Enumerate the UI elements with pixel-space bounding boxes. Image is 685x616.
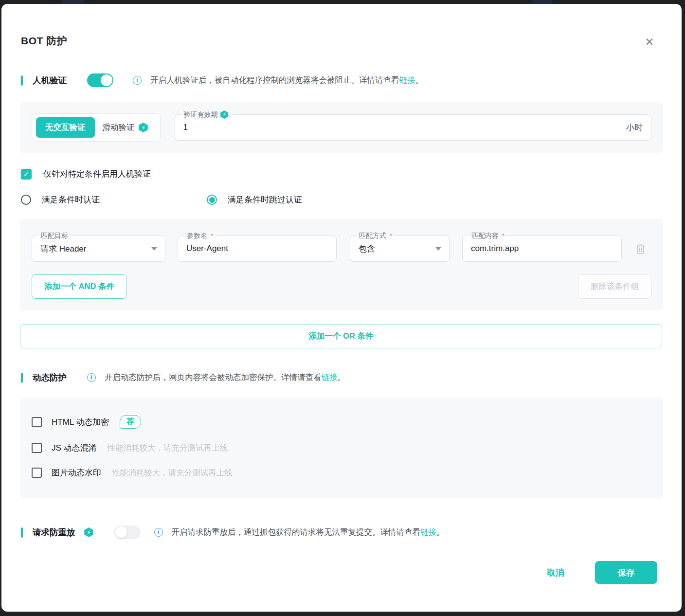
dialog-title: BOT 防护 — [21, 4, 663, 48]
captcha-info-text: 开启人机验证后，被自动化程序控制的浏览器将会被阻止。详情请查看链接。 — [150, 75, 423, 86]
toggle-knob — [101, 74, 112, 86]
tab-slide-captcha[interactable]: 滑动验证 ⚡ — [95, 122, 156, 133]
premium-lightning-icon: ⚡ — [220, 110, 229, 119]
toggle-knob — [115, 526, 127, 538]
image-watermark-checkbox[interactable] — [32, 468, 42, 478]
match-operator-label: 匹配方式* — [356, 231, 395, 240]
match-target-value: 请求 Header — [32, 243, 86, 254]
anti-replay-label: 请求防重放 — [33, 526, 75, 538]
option-row-html-encrypt: HTML 动态加密 荐 — [32, 415, 651, 429]
info-icon: i — [133, 76, 142, 85]
param-name-label-text: 参数名 — [187, 231, 207, 240]
validity-period-unit: 小时 — [626, 122, 651, 133]
match-operator-select[interactable]: 匹配方式* 包含 — [350, 236, 450, 262]
info-text-suffix: 。 — [436, 527, 445, 536]
condition-group-buttons: 添加一个 AND 条件 删除该条件组 — [32, 274, 651, 299]
specific-condition-checkbox-row: ✓ 仅针对特定条件启用人机验证 — [21, 168, 663, 180]
param-name-value: User-Agent — [178, 244, 228, 254]
match-operator-label-text: 匹配方式 — [359, 231, 386, 240]
dynamic-protection-options-panel: HTML 动态加密 荐 JS 动态混淆 性能消耗较大，请充分测试再上线 图片动态… — [20, 398, 663, 498]
radio-skip-auth-on-match[interactable] — [207, 195, 217, 205]
accent-bar — [21, 373, 23, 383]
option-row-image-watermark: 图片动态水印 性能消耗较大，请充分测试再上线 — [32, 467, 651, 478]
param-name-label: 参数名* — [184, 231, 216, 240]
background-page-fragment — [62, 0, 84, 4]
js-obfuscate-checkbox[interactable] — [32, 443, 42, 453]
tab-slide-captcha-label: 滑动验证 — [103, 122, 135, 133]
anti-replay-toggle[interactable] — [114, 525, 141, 539]
tab-no-interaction-captcha[interactable]: 无交互验证 — [36, 117, 95, 138]
required-asterisk: * — [390, 231, 392, 240]
match-target-label: 匹配目标 — [38, 231, 71, 240]
specific-condition-checkbox[interactable]: ✓ — [21, 169, 32, 180]
info-text-body: 开启动态防护后，网页内容将会被动态加密保护。详情请查看 — [105, 373, 322, 381]
accent-bar — [21, 75, 23, 86]
option-row-js-obfuscate: JS 动态混淆 性能消耗较大，请充分测试再上线 — [32, 442, 651, 453]
add-or-condition-button[interactable]: 添加一个 OR 条件 — [20, 324, 662, 348]
image-watermark-label: 图片动态水印 — [52, 467, 101, 478]
anti-replay-info-text: 开启请求防重放后，通过抓包获得的请求将无法重复提交。详情请查看链接。 — [172, 527, 445, 538]
captcha-doc-link[interactable]: 链接 — [399, 75, 415, 84]
condition-mode-radio-group: 满足条件时认证 满足条件时跳过认证 — [21, 194, 663, 205]
param-name-input[interactable]: 参数名* User-Agent — [178, 236, 337, 262]
info-icon: i — [154, 528, 163, 537]
info-text-suffix: 。 — [415, 75, 424, 84]
save-button[interactable]: 保存 — [595, 561, 657, 584]
info-text-body: 开启人机验证后，被自动化程序控制的浏览器将会被阻止。详情请查看 — [150, 75, 399, 84]
chevron-down-icon — [151, 247, 157, 251]
accent-bar — [21, 527, 23, 538]
background-page-fragment — [532, 0, 552, 4]
info-text-body: 开启请求防重放后，通过抓包获得的请求将无法重复提交。详情请查看 — [172, 527, 421, 536]
match-content-label-text: 匹配内容 — [471, 231, 499, 240]
dynamic-protection-info-text: 开启动态防护后，网页内容将会被动态加密保护。详情请查看链接。 — [105, 372, 345, 383]
delete-condition-icon[interactable] — [635, 243, 646, 254]
match-content-value: com.trim.app — [463, 244, 519, 254]
radio-skip-auth-on-match-label: 满足条件时跳过认证 — [228, 194, 302, 205]
captcha-mode-segmented-control: 无交互验证 滑动验证 ⚡ — [32, 113, 161, 142]
validity-period-label: 验证有效期 ⚡ — [181, 110, 232, 119]
add-and-condition-button[interactable]: 添加一个 AND 条件 — [32, 274, 127, 299]
recommended-badge: 荐 — [120, 415, 141, 429]
captcha-mode-panel: 无交互验证 滑动验证 ⚡ 验证有效期 ⚡ 1 小时 — [20, 102, 663, 153]
js-obfuscate-label: JS 动态混淆 — [52, 442, 97, 453]
specific-condition-checkbox-label: 仅针对特定条件启用人机验证 — [43, 168, 151, 180]
dialog-footer: 取消 保存 — [540, 561, 657, 584]
anti-replay-section-header: 请求防重放 ⚡ i 开启请求防重放后，通过抓包获得的请求将无法重复提交。详情请查… — [21, 525, 663, 540]
chevron-down-icon — [435, 247, 441, 251]
dynamic-protection-doc-link[interactable]: 链接 — [322, 373, 338, 381]
dynamic-protection-section-header: 动态防护 i 开启动态防护后，网页内容将会被动态加密保护。详情请查看链接。 — [21, 370, 663, 385]
delete-condition-group-button[interactable]: 删除该条件组 — [578, 274, 651, 299]
validity-period-field[interactable]: 验证有效期 ⚡ 1 小时 — [175, 114, 652, 141]
js-obfuscate-hint: 性能消耗较大，请充分测试再上线 — [108, 443, 228, 453]
required-asterisk: * — [502, 231, 505, 240]
html-encrypt-checkbox[interactable] — [32, 417, 42, 427]
premium-lightning-icon: ⚡ — [84, 527, 94, 537]
premium-lightning-icon: ⚡ — [139, 123, 148, 132]
captcha-toggle[interactable] — [87, 73, 113, 87]
validity-label-text: 验证有效期 — [184, 110, 218, 119]
required-asterisk: * — [211, 231, 213, 240]
close-icon[interactable]: ✕ — [643, 35, 656, 49]
info-text-suffix: 。 — [338, 373, 346, 381]
captcha-section-label: 人机验证 — [33, 74, 67, 86]
captcha-section-header: 人机验证 i 开启人机验证后，被自动化程序控制的浏览器将会被阻止。详情请查看链接… — [21, 73, 663, 88]
condition-group-panel: 匹配目标 请求 Header 参数名* User-Agent 匹配方式* 包含 … — [20, 219, 663, 310]
dynamic-protection-label: 动态防护 — [33, 372, 67, 383]
validity-period-value: 1 — [175, 123, 188, 132]
match-content-input[interactable]: 匹配内容* com.trim.app — [462, 236, 622, 262]
radio-auth-on-match[interactable] — [21, 195, 31, 205]
cancel-button[interactable]: 取消 — [540, 562, 571, 583]
condition-row: 匹配目标 请求 Header 参数名* User-Agent 匹配方式* 包含 … — [32, 236, 651, 262]
bot-protection-dialog: BOT 防护 ✕ 人机验证 i 开启人机验证后，被自动化程序控制的浏览器将会被阻… — [1, 4, 682, 612]
image-watermark-hint: 性能消耗较大，请充分测试再上线 — [112, 468, 233, 478]
html-encrypt-label: HTML 动态加密 — [52, 417, 109, 428]
radio-auth-on-match-label: 满足条件时认证 — [42, 194, 100, 205]
info-icon: i — [87, 373, 96, 382]
match-target-select[interactable]: 匹配目标 请求 Header — [32, 236, 165, 262]
match-operator-value: 包含 — [350, 243, 375, 254]
match-content-label: 匹配内容* — [469, 231, 507, 240]
anti-replay-doc-link[interactable]: 链接 — [420, 527, 436, 536]
